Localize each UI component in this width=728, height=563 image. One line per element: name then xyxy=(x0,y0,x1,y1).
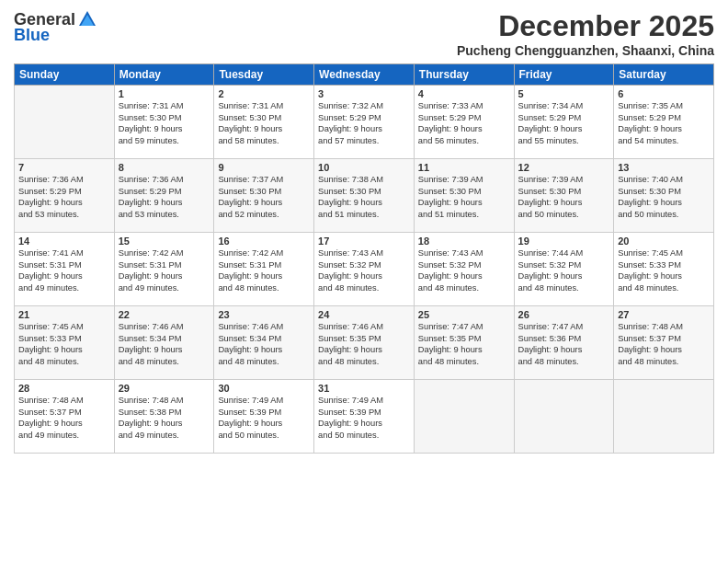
header-wednesday: Wednesday xyxy=(314,64,415,86)
header: General Blue December 2025 Pucheng Cheng… xyxy=(14,9,714,58)
day-number: 13 xyxy=(618,162,710,173)
day-number: 29 xyxy=(119,383,210,394)
day-number: 24 xyxy=(318,309,410,320)
day-info: Sunrise: 7:46 AM Sunset: 5:34 PM Dayligh… xyxy=(119,321,210,367)
page: General Blue December 2025 Pucheng Cheng… xyxy=(0,0,728,563)
calendar-cell: 22Sunrise: 7:46 AM Sunset: 5:34 PM Dayli… xyxy=(114,306,214,380)
calendar-cell: 7Sunrise: 7:36 AM Sunset: 5:29 PM Daylig… xyxy=(15,159,115,233)
calendar-cell: 20Sunrise: 7:45 AM Sunset: 5:33 PM Dayli… xyxy=(614,233,714,306)
day-number: 28 xyxy=(18,383,110,394)
day-info: Sunrise: 7:36 AM Sunset: 5:29 PM Dayligh… xyxy=(18,174,110,220)
day-number: 3 xyxy=(318,88,410,99)
calendar-cell: 16Sunrise: 7:42 AM Sunset: 5:31 PM Dayli… xyxy=(214,233,314,306)
calendar-cell: 27Sunrise: 7:48 AM Sunset: 5:37 PM Dayli… xyxy=(614,306,714,380)
day-number: 22 xyxy=(119,309,210,320)
calendar-week-row-0: 1Sunrise: 7:31 AM Sunset: 5:30 PM Daylig… xyxy=(15,86,714,159)
calendar-cell xyxy=(15,86,115,159)
day-number: 4 xyxy=(418,88,510,99)
day-info: Sunrise: 7:31 AM Sunset: 5:30 PM Dayligh… xyxy=(218,100,310,146)
day-info: Sunrise: 7:42 AM Sunset: 5:31 PM Dayligh… xyxy=(119,247,210,293)
calendar-cell: 25Sunrise: 7:47 AM Sunset: 5:35 PM Dayli… xyxy=(414,306,514,380)
day-info: Sunrise: 7:39 AM Sunset: 5:30 PM Dayligh… xyxy=(418,174,510,220)
header-thursday: Thursday xyxy=(414,64,514,86)
day-number: 9 xyxy=(218,162,310,173)
calendar-cell: 10Sunrise: 7:38 AM Sunset: 5:30 PM Dayli… xyxy=(314,159,415,233)
day-number: 25 xyxy=(418,309,510,320)
day-number: 23 xyxy=(218,309,310,320)
calendar-cell: 19Sunrise: 7:44 AM Sunset: 5:32 PM Dayli… xyxy=(514,233,614,306)
day-info: Sunrise: 7:44 AM Sunset: 5:32 PM Dayligh… xyxy=(518,247,610,293)
calendar-cell: 8Sunrise: 7:36 AM Sunset: 5:29 PM Daylig… xyxy=(114,159,214,233)
day-info: Sunrise: 7:43 AM Sunset: 5:32 PM Dayligh… xyxy=(418,247,510,293)
logo-icon xyxy=(77,9,97,29)
day-number: 26 xyxy=(518,309,610,320)
calendar-cell: 2Sunrise: 7:31 AM Sunset: 5:30 PM Daylig… xyxy=(214,86,314,159)
day-number: 1 xyxy=(119,88,210,99)
day-number: 17 xyxy=(318,236,410,247)
day-number: 10 xyxy=(318,162,410,173)
calendar-cell: 1Sunrise: 7:31 AM Sunset: 5:30 PM Daylig… xyxy=(114,86,214,159)
header-monday: Monday xyxy=(114,64,214,86)
day-info: Sunrise: 7:40 AM Sunset: 5:30 PM Dayligh… xyxy=(618,174,710,220)
day-number: 27 xyxy=(618,309,710,320)
day-number: 16 xyxy=(218,236,310,247)
header-sunday: Sunday xyxy=(15,64,115,86)
day-info: Sunrise: 7:47 AM Sunset: 5:35 PM Dayligh… xyxy=(418,321,510,367)
location-title: Pucheng Chengguanzhen, Shaanxi, China xyxy=(457,43,714,58)
calendar-week-row-2: 14Sunrise: 7:41 AM Sunset: 5:31 PM Dayli… xyxy=(15,233,714,306)
day-info: Sunrise: 7:34 AM Sunset: 5:29 PM Dayligh… xyxy=(518,100,610,146)
calendar-cell: 24Sunrise: 7:46 AM Sunset: 5:35 PM Dayli… xyxy=(314,306,415,380)
calendar-header-row: Sunday Monday Tuesday Wednesday Thursday… xyxy=(15,64,714,86)
day-info: Sunrise: 7:46 AM Sunset: 5:34 PM Dayligh… xyxy=(218,321,310,367)
day-number: 19 xyxy=(518,236,610,247)
day-number: 31 xyxy=(318,383,410,394)
calendar-cell xyxy=(614,380,714,454)
calendar-cell: 5Sunrise: 7:34 AM Sunset: 5:29 PM Daylig… xyxy=(514,86,614,159)
day-info: Sunrise: 7:32 AM Sunset: 5:29 PM Dayligh… xyxy=(318,100,410,146)
header-saturday: Saturday xyxy=(614,64,714,86)
calendar-cell: 30Sunrise: 7:49 AM Sunset: 5:39 PM Dayli… xyxy=(214,380,314,454)
calendar-cell xyxy=(414,380,514,454)
calendar-week-row-4: 28Sunrise: 7:48 AM Sunset: 5:37 PM Dayli… xyxy=(15,380,714,454)
title-block: December 2025 Pucheng Chengguanzhen, Sha… xyxy=(457,9,714,58)
day-number: 18 xyxy=(418,236,510,247)
day-number: 30 xyxy=(218,383,310,394)
day-number: 8 xyxy=(119,162,210,173)
day-info: Sunrise: 7:39 AM Sunset: 5:30 PM Dayligh… xyxy=(518,174,610,220)
day-number: 12 xyxy=(518,162,610,173)
calendar-cell: 26Sunrise: 7:47 AM Sunset: 5:36 PM Dayli… xyxy=(514,306,614,380)
calendar-cell: 23Sunrise: 7:46 AM Sunset: 5:34 PM Dayli… xyxy=(214,306,314,380)
calendar-cell: 12Sunrise: 7:39 AM Sunset: 5:30 PM Dayli… xyxy=(514,159,614,233)
day-info: Sunrise: 7:47 AM Sunset: 5:36 PM Dayligh… xyxy=(518,321,610,367)
day-info: Sunrise: 7:49 AM Sunset: 5:39 PM Dayligh… xyxy=(318,395,410,441)
day-info: Sunrise: 7:31 AM Sunset: 5:30 PM Dayligh… xyxy=(119,100,210,146)
calendar-cell: 6Sunrise: 7:35 AM Sunset: 5:29 PM Daylig… xyxy=(614,86,714,159)
day-info: Sunrise: 7:37 AM Sunset: 5:30 PM Dayligh… xyxy=(218,174,310,220)
day-info: Sunrise: 7:48 AM Sunset: 5:37 PM Dayligh… xyxy=(18,395,110,441)
calendar-cell xyxy=(514,380,614,454)
day-info: Sunrise: 7:35 AM Sunset: 5:29 PM Dayligh… xyxy=(618,100,710,146)
header-friday: Friday xyxy=(514,64,614,86)
day-number: 21 xyxy=(18,309,110,320)
day-number: 11 xyxy=(418,162,510,173)
day-info: Sunrise: 7:38 AM Sunset: 5:30 PM Dayligh… xyxy=(318,174,410,220)
calendar-cell: 13Sunrise: 7:40 AM Sunset: 5:30 PM Dayli… xyxy=(614,159,714,233)
calendar-cell: 18Sunrise: 7:43 AM Sunset: 5:32 PM Dayli… xyxy=(414,233,514,306)
day-number: 5 xyxy=(518,88,610,99)
calendar-cell: 15Sunrise: 7:42 AM Sunset: 5:31 PM Dayli… xyxy=(114,233,214,306)
day-info: Sunrise: 7:36 AM Sunset: 5:29 PM Dayligh… xyxy=(119,174,210,220)
calendar-week-row-1: 7Sunrise: 7:36 AM Sunset: 5:29 PM Daylig… xyxy=(15,159,714,233)
day-info: Sunrise: 7:48 AM Sunset: 5:37 PM Dayligh… xyxy=(618,321,710,367)
calendar-cell: 11Sunrise: 7:39 AM Sunset: 5:30 PM Dayli… xyxy=(414,159,514,233)
day-number: 20 xyxy=(618,236,710,247)
calendar-cell: 17Sunrise: 7:43 AM Sunset: 5:32 PM Dayli… xyxy=(314,233,415,306)
logo: General Blue xyxy=(14,9,99,45)
day-number: 6 xyxy=(618,88,710,99)
day-number: 2 xyxy=(218,88,310,99)
calendar-cell: 29Sunrise: 7:48 AM Sunset: 5:38 PM Dayli… xyxy=(114,380,214,454)
day-number: 7 xyxy=(18,162,110,173)
calendar-cell: 21Sunrise: 7:45 AM Sunset: 5:33 PM Dayli… xyxy=(15,306,115,380)
calendar-cell: 31Sunrise: 7:49 AM Sunset: 5:39 PM Dayli… xyxy=(314,380,415,454)
calendar: Sunday Monday Tuesday Wednesday Thursday… xyxy=(14,63,714,454)
header-tuesday: Tuesday xyxy=(214,64,314,86)
